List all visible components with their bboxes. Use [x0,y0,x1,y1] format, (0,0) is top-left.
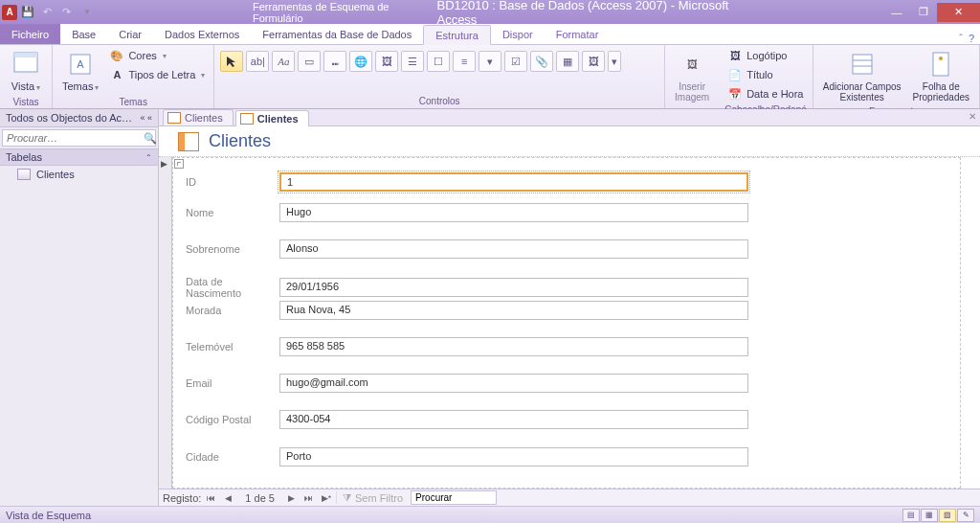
ribbon-tabs: Ficheiro Base Criar Dados Externos Ferra… [0,24,980,45]
qat-undo-icon[interactable]: ↶ [38,4,56,21]
label-nome[interactable]: Nome [186,207,279,218]
qat-save-icon[interactable]: 💾 [19,4,36,21]
control-image-icon[interactable]: 🖼 [582,51,605,72]
label-nascimento[interactable]: Data de Nascimento [186,276,279,299]
nav-new-button[interactable]: ▶* [319,491,334,505]
close-button[interactable]: ✕ [937,3,980,22]
tab-estrutura[interactable]: Estrutura [423,25,491,45]
ribbon-group-controlos: ab| Aa ▭ ⑉ 🌐 🖼 ☰ ☐ ≡ ▾ ☑ 📎 ▦ 🖼 ▾ Control… [214,45,665,108]
ribbon-group-ferramentas: Adicionar Campos Existentes Folha de Pro… [813,45,980,108]
view-form-button[interactable]: ▤ [902,509,920,522]
filter-indicator[interactable]: ⧩Sem Filtro [336,491,409,504]
form-title: Clientes [209,131,271,151]
cores-button[interactable]: 🎨Cores▾ [106,47,208,64]
tab-dados-externos[interactable]: Dados Externos [153,24,251,44]
control-pagebreak-icon[interactable]: ≡ [453,51,476,72]
input-email[interactable]: hugo@gmail.com [279,374,748,393]
input-codpostal[interactable]: 4300-054 [279,410,748,429]
tab-formatar[interactable]: Formatar [545,24,611,44]
tab-dispor[interactable]: Dispor [491,24,545,44]
label-id[interactable]: ID [186,176,279,188]
view-design-button[interactable]: ✎ [957,509,974,522]
label-sobrenome[interactable]: Sobrenome [186,243,279,255]
control-textbox-icon[interactable]: ab| [246,51,269,72]
vista-icon [11,49,41,80]
search-icon[interactable]: 🔍 [144,130,157,146]
folha-propriedades-button[interactable]: Folha de Propriedades [909,47,973,104]
help-icon[interactable]: ? [969,33,974,44]
view-datasheet-button[interactable]: ▦ [921,509,938,522]
control-checkbox-icon[interactable]: ☑ [504,51,527,72]
input-id[interactable]: 1 [279,172,748,192]
nav-next-button[interactable]: ▶ [284,491,300,505]
adicionar-campos-button[interactable]: Adicionar Campos Existentes [819,47,905,104]
control-attachment-icon[interactable]: 📎 [530,51,553,72]
nav-prev-button[interactable]: ◀ [220,491,235,505]
ribbon-minimize-icon[interactable]: ˆ [959,33,963,44]
control-navigation-icon[interactable]: ☰ [401,51,424,72]
temas-button[interactable]: A Temas▾ [58,47,102,95]
svg-rect-7 [933,53,948,76]
control-combobox-icon[interactable]: ▾ [479,51,501,72]
form-selector-icon[interactable] [174,159,184,169]
label-codpostal[interactable]: Código Postal [186,414,279,425]
control-hyperlink-icon[interactable]: 🌐 [349,51,372,72]
record-search-input[interactable] [411,490,497,505]
nav-last-button[interactable]: ⏭ [301,491,317,505]
main-area: Todos os Objectos do Ac… « « 🔍 Tabelas ⌃… [0,109,980,506]
control-label-icon[interactable]: Aa [272,51,295,72]
label-telemovel[interactable]: Telemóvel [186,341,279,352]
property-sheet-icon [925,49,956,80]
tipos-letra-button[interactable]: ATipos de Letra▾ [106,66,208,83]
control-webbrowser-icon[interactable]: 🖼 [375,51,398,72]
nav-section-tabelas[interactable]: Tabelas ⌃ [0,148,158,166]
label-email[interactable]: Email [186,377,279,389]
tab-criar[interactable]: Criar [107,24,153,44]
nav-first-button[interactable]: ⏮ [203,491,218,505]
input-nascimento[interactable]: 29/01/1956 [279,278,748,297]
input-sobrenome[interactable]: Alonso [279,239,748,259]
inserir-imagem-button[interactable]: 🖼 Inserir Imagem [671,47,713,104]
input-telemovel[interactable]: 965 858 585 [279,337,748,356]
control-more-icon[interactable]: ▾ [608,51,621,72]
ribbon: Vista▾ Vistas A Temas▾ 🎨Cores▾ ATipos de… [0,45,980,109]
logotipo-button[interactable]: 🖼Logótipo [724,47,806,64]
tab-ferramentas-bd[interactable]: Ferramentas da Base de Dados [251,24,423,44]
label-cidade[interactable]: Cidade [186,451,279,463]
doc-tab-form[interactable]: Clientes [235,110,309,126]
nav-search-input[interactable] [3,130,144,146]
control-tab-icon[interactable]: ⑉ [323,51,346,72]
nav-header[interactable]: Todos os Objectos do Ac… « « [0,109,158,127]
font-icon: A [109,67,124,82]
minimize-button[interactable]: — [883,3,910,22]
tab-base[interactable]: Base [60,24,107,44]
view-layout-button[interactable]: ▧ [939,509,956,522]
nav-item-clientes[interactable]: Clientes [0,166,158,183]
document-area: Clientes Clientes ✕ Clientes ID 1 Nome H… [159,109,980,506]
data-hora-button[interactable]: 📅Data e Hora [724,85,806,102]
control-select-icon[interactable] [220,51,243,72]
close-tab-icon[interactable]: ✕ [969,111,976,122]
titulo-button[interactable]: 📄Título [724,66,806,83]
doc-tab-table[interactable]: Clientes [163,109,234,125]
ribbon-group-cabecalho: 🖼Logótipo 📄Título 📅Data e Hora Cabeçalho… [719,45,813,108]
app-icon: A [2,5,17,20]
table-tab-icon [167,112,181,124]
record-selector[interactable] [159,157,172,489]
maximize-button[interactable]: ❐ [910,3,937,22]
nav-search: 🔍 [2,129,156,147]
chevron-left-icon[interactable]: « « [140,113,152,123]
input-cidade[interactable]: Porto [279,447,748,466]
input-nome[interactable]: Hugo [279,203,748,222]
control-button-icon[interactable]: ▭ [298,51,321,72]
input-morada[interactable]: Rua Nova, 45 [279,301,748,320]
control-optiongroup-icon[interactable]: ☐ [427,51,450,72]
qat-customize-icon[interactable]: ▼ [78,4,96,21]
status-text: Vista de Esquema [6,510,91,521]
contextual-tab-title: Ferramentas de Esquema de Formulário [245,0,429,26]
vista-button[interactable]: Vista▾ [6,47,46,95]
file-tab[interactable]: Ficheiro [0,24,60,44]
control-subform-icon[interactable]: ▦ [556,51,579,72]
label-morada[interactable]: Morada [186,305,279,316]
qat-redo-icon[interactable]: ↷ [57,4,75,21]
